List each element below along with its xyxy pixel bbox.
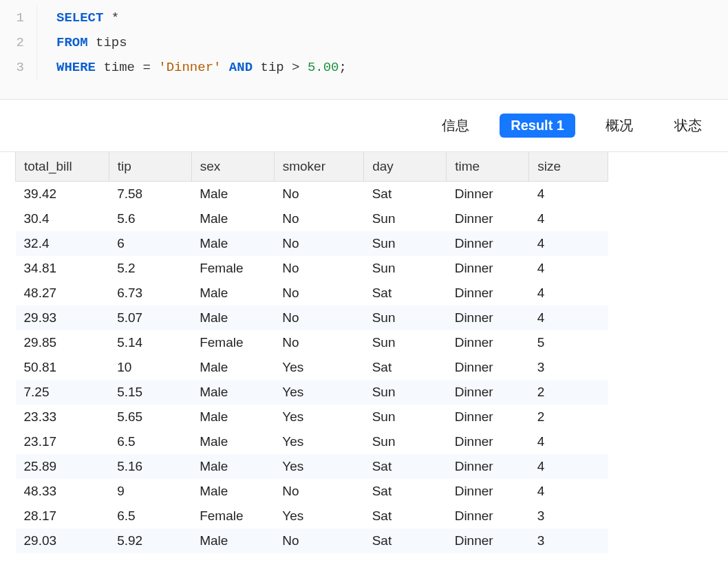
cell: 4 (529, 454, 608, 479)
line-number: 3 (0, 55, 37, 80)
cell: 28.17 (16, 504, 109, 528)
table-row[interactable]: 48.276.73MaleNoSatDinner4 (16, 281, 608, 306)
code-content[interactable]: FROM tips (56, 30, 127, 55)
cell: Male (191, 429, 274, 454)
cell: Sun (364, 306, 447, 330)
cell: 5.16 (109, 454, 191, 479)
cell: 34.81 (16, 256, 109, 281)
cell: Male (191, 281, 274, 306)
table-row[interactable]: 23.176.5MaleYesSunDinner4 (16, 429, 608, 454)
cell: No (274, 306, 363, 330)
table-row[interactable]: 29.935.07MaleNoSunDinner4 (16, 306, 608, 330)
table-row[interactable]: 29.035.92MaleNoSatDinner3 (16, 528, 608, 553)
table-row[interactable]: 7.255.15MaleYesSunDinner2 (16, 380, 608, 405)
cell: 5.6 (109, 206, 191, 231)
cell: Male (191, 380, 274, 405)
table-row[interactable]: 23.335.65MaleYesSunDinner2 (16, 405, 608, 429)
col-header-day[interactable]: day (364, 152, 447, 182)
cell: 3 (529, 355, 608, 380)
cell: Sat (364, 355, 447, 380)
col-header-total_bill[interactable]: total_bill (16, 152, 109, 182)
cell: 5.2 (109, 256, 191, 281)
cell: Dinner (447, 256, 529, 281)
col-header-time[interactable]: time (447, 152, 529, 182)
cell: No (274, 330, 363, 355)
col-header-smoker[interactable]: smoker (274, 152, 363, 182)
cell: 30.4 (16, 206, 109, 231)
token-ident: time = (96, 60, 158, 75)
table-body: 39.427.58MaleNoSatDinner430.45.6MaleNoSu… (16, 182, 608, 554)
code-content[interactable]: SELECT * (56, 6, 119, 30)
cell: 4 (529, 231, 608, 256)
token-kw: SELECT (56, 10, 103, 25)
tab-status[interactable]: 状态 (663, 112, 713, 139)
tab-result-1[interactable]: Result 1 (500, 114, 575, 138)
cell: No (274, 231, 363, 256)
cell: Sun (364, 429, 447, 454)
cell: Dinner (447, 405, 529, 429)
cell: 7.58 (109, 182, 191, 207)
table-row[interactable]: 39.427.58MaleNoSatDinner4 (16, 182, 608, 207)
cell: 23.33 (16, 405, 109, 429)
token-punct: * (103, 10, 119, 25)
cell: 10 (109, 355, 191, 380)
cell: Sun (364, 256, 447, 281)
code-line[interactable]: 2FROM tips (0, 30, 728, 55)
cell: No (274, 256, 363, 281)
cell: Male (191, 479, 274, 504)
col-header-tip[interactable]: tip (109, 152, 191, 182)
cell: Sun (364, 405, 447, 429)
cell: Dinner (447, 330, 529, 355)
table-row[interactable]: 30.45.6MaleNoSunDinner4 (16, 206, 608, 231)
cell: 4 (529, 206, 608, 231)
table-row[interactable]: 25.895.16MaleYesSatDinner4 (16, 454, 608, 479)
code-line[interactable]: 3WHERE time = 'Dinner' AND tip > 5.00; (0, 55, 728, 80)
table-row[interactable]: 28.176.5FemaleYesSatDinner3 (16, 504, 608, 528)
cell: 6 (109, 231, 191, 256)
tab-summary[interactable]: 概况 (595, 112, 644, 139)
cell: 50.81 (16, 355, 109, 380)
cell: 5.14 (109, 330, 191, 355)
cell: 32.4 (16, 231, 109, 256)
sql-editor[interactable]: 1SELECT *2FROM tips3WHERE time = 'Dinner… (0, 0, 728, 100)
cell: No (274, 182, 363, 207)
cell: 6.5 (109, 429, 191, 454)
table-row[interactable]: 48.339MaleNoSatDinner4 (16, 479, 608, 504)
token-str: 'Dinner' (158, 60, 221, 75)
cell: Sat (364, 454, 447, 479)
cell: Male (191, 528, 274, 553)
cell: Sat (364, 528, 447, 553)
cell: Male (191, 454, 274, 479)
cell: No (274, 281, 363, 306)
cell: Female (191, 256, 274, 281)
cell: Sat (364, 281, 447, 306)
cell: 4 (529, 429, 608, 454)
table-row[interactable]: 29.855.14FemaleNoSunDinner5 (16, 330, 608, 355)
col-header-sex[interactable]: sex (191, 152, 274, 182)
col-header-size[interactable]: size (529, 152, 608, 182)
cell: Sun (364, 206, 447, 231)
cell: Dinner (447, 306, 529, 330)
cell: Female (191, 504, 274, 528)
cell: Male (191, 306, 274, 330)
token-num: 5.00 (308, 60, 339, 75)
cell: 29.85 (16, 330, 109, 355)
table-row[interactable]: 32.46MaleNoSunDinner4 (16, 231, 608, 256)
token-punct: ; (339, 60, 347, 75)
cell: Sat (364, 479, 447, 504)
cell: Sat (364, 182, 447, 207)
result-grid[interactable]: total_billtipsexsmokerdaytimesize 39.427… (0, 152, 728, 553)
cell: 48.27 (16, 281, 109, 306)
code-content[interactable]: WHERE time = 'Dinner' AND tip > 5.00; (56, 55, 347, 80)
cell: 25.89 (16, 454, 109, 479)
cell: No (274, 206, 363, 231)
cell: Dinner (447, 528, 529, 553)
token-kw: AND (229, 60, 253, 75)
table-row[interactable]: 34.815.2FemaleNoSunDinner4 (16, 256, 608, 281)
table-row[interactable]: 50.8110MaleYesSatDinner3 (16, 355, 608, 380)
cell: 48.33 (16, 479, 109, 504)
tab-info[interactable]: 信息 (431, 112, 480, 139)
cell: 39.42 (16, 182, 109, 207)
code-line[interactable]: 1SELECT * (0, 6, 728, 30)
cell: 4 (529, 281, 608, 306)
